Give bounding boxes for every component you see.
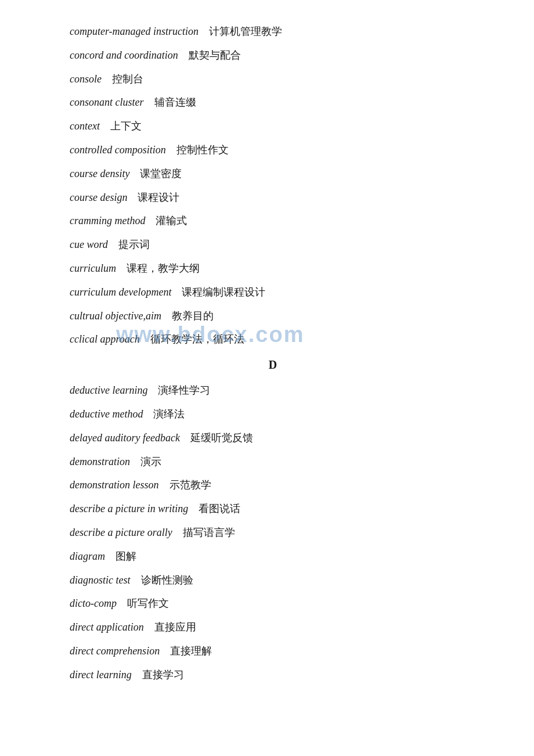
entry-chinese: 课程设计 xyxy=(127,192,179,203)
section-d-header: D xyxy=(70,358,476,372)
list-item: diagram 图解 xyxy=(70,548,476,565)
entry-chinese: 延缓听觉反馈 xyxy=(180,432,253,444)
entry-english: cclical approach xyxy=(70,333,140,345)
entry-chinese: 教养目的 xyxy=(161,310,214,322)
list-item: consonant cluster 辅音连缀 xyxy=(70,94,476,111)
list-item: console 控制台 xyxy=(70,71,476,88)
entry-english: curriculum development xyxy=(70,286,171,298)
entry-english: deductive learning xyxy=(70,384,147,396)
list-item: cultrual objective,aim 教养目的 xyxy=(70,308,476,325)
entry-english: direct comprehension xyxy=(70,645,160,657)
list-item: direct learning 直接学习 xyxy=(70,667,476,683)
list-item: direct comprehension 直接理解 xyxy=(70,643,476,660)
list-item: describe a picture in writing 看图说话 xyxy=(70,501,476,517)
entry-english: context xyxy=(70,120,100,132)
entry-chinese: 演示 xyxy=(130,456,161,467)
entry-chinese: 控制性作文 xyxy=(166,144,229,156)
list-item: curriculum development 课程编制课程设计 xyxy=(70,284,476,301)
list-item: cclical approach 循环教学法，循环法 xyxy=(70,331,476,348)
list-item: course density 课堂密度 xyxy=(70,165,476,182)
entry-chinese: 课堂密度 xyxy=(129,168,182,179)
entry-chinese: 听写作文 xyxy=(117,597,169,609)
entry-chinese: 课程编制课程设计 xyxy=(171,286,265,298)
entry-english: diagram xyxy=(70,550,105,562)
entry-chinese: 直接学习 xyxy=(132,669,184,681)
entry-chinese: 描写语言学 xyxy=(172,527,235,538)
entry-chinese: 循环教学法，循环法 xyxy=(140,333,244,345)
entry-english: controlled composition xyxy=(70,144,166,156)
entry-english: direct learning xyxy=(70,669,132,681)
entry-english: curriculum xyxy=(70,262,116,274)
entry-english: describe a picture in writing xyxy=(70,503,188,514)
entry-english: console xyxy=(70,73,102,85)
list-item: direct application 直接应用 xyxy=(70,619,476,636)
list-item: computer-managed instruction 计算机管理教学 xyxy=(70,23,476,40)
entry-chinese: 上下文 xyxy=(100,120,142,132)
entry-english: cultrual objective,aim xyxy=(70,310,161,322)
list-item: course design 课程设计 xyxy=(70,189,476,206)
entry-english: course design xyxy=(70,192,127,203)
entry-english: consonant cluster xyxy=(70,96,144,108)
entry-english: demonstration lesson xyxy=(70,479,159,491)
list-item: diagnostic test 诊断性测验 xyxy=(70,572,476,589)
entry-english: dicto-comp xyxy=(70,597,117,609)
entry-english: course density xyxy=(70,168,129,179)
entry-english: concord and coordination xyxy=(70,49,178,61)
entry-english: describe a picture orally xyxy=(70,527,172,538)
list-item: demonstration lesson 示范教学 xyxy=(70,477,476,494)
entry-chinese: 演绎性学习 xyxy=(147,384,210,396)
entry-chinese: 辅音连缀 xyxy=(144,96,196,108)
entry-chinese: 看图说话 xyxy=(188,503,240,514)
list-item: concord and coordination 默契与配合 xyxy=(70,47,476,64)
entry-chinese: 示范教学 xyxy=(159,479,211,491)
entry-chinese: 提示词 xyxy=(108,239,150,250)
list-item: context 上下文 xyxy=(70,118,476,135)
list-item: cue word 提示词 xyxy=(70,236,476,253)
entry-english: cramming method xyxy=(70,215,145,226)
entry-chinese: 灌输式 xyxy=(145,215,187,226)
entry-english: direct application xyxy=(70,621,144,633)
entry-chinese: 课程，教学大纲 xyxy=(116,262,200,274)
entry-chinese: 控制台 xyxy=(102,73,143,85)
list-item: describe a picture orally 描写语言学 xyxy=(70,524,476,541)
entry-chinese: 图解 xyxy=(105,550,136,562)
list-item: delayed auditory feedback 延缓听觉反馈 xyxy=(70,430,476,447)
entry-chinese: 演绎法 xyxy=(143,408,185,420)
list-item: demonstration 演示 xyxy=(70,453,476,470)
entry-english: demonstration xyxy=(70,456,130,467)
list-item: controlled composition 控制性作文 xyxy=(70,142,476,159)
entry-chinese: 诊断性测验 xyxy=(131,574,193,586)
entry-chinese: 默契与配合 xyxy=(178,49,241,61)
entry-english: computer-managed instruction xyxy=(70,26,199,37)
list-item: deductive method 演绎法 xyxy=(70,406,476,423)
entry-chinese: 直接理解 xyxy=(160,645,212,657)
list-item: dicto-comp 听写作文 xyxy=(70,595,476,612)
entry-english: diagnostic test xyxy=(70,574,131,586)
list-item: curriculum 课程，教学大纲 xyxy=(70,260,476,277)
list-item: deductive learning 演绎性学习 xyxy=(70,382,476,399)
entry-english: cue word xyxy=(70,239,108,250)
entry-chinese: 计算机管理教学 xyxy=(199,26,282,37)
list-item: cramming method 灌输式 xyxy=(70,213,476,229)
entry-chinese: 直接应用 xyxy=(144,621,196,633)
entry-english: deductive method xyxy=(70,408,143,420)
entry-english: delayed auditory feedback xyxy=(70,432,180,444)
